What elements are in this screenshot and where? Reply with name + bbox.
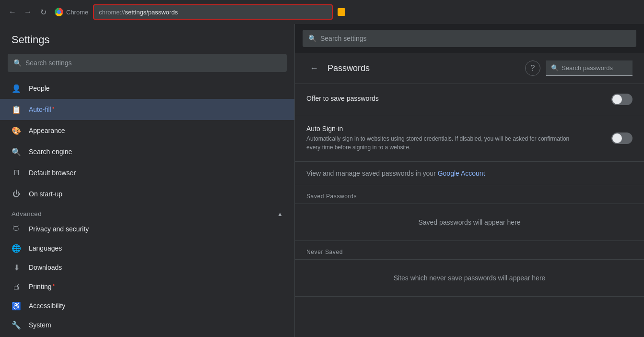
advanced-section-header[interactable]: Advanced ▲ [0, 205, 294, 219]
accessibility-icon: ♿ [12, 301, 21, 311]
appearance-label: Appearance [29, 127, 65, 134]
autofill-label: Auto-fill [29, 106, 55, 113]
settings-search-bar[interactable]: 🔍 Search settings [8, 54, 287, 72]
advanced-label: Advanced [12, 210, 42, 217]
sidebar-item-people[interactable]: 👤 People [0, 78, 294, 99]
sidebar-item-search-engine[interactable]: 🔍 Search engine [0, 141, 294, 162]
sidebar-item-on-startup[interactable]: ⏻ On start-up [0, 183, 294, 205]
address-highlight: settings [125, 9, 146, 16]
downloads-icon: ⬇ [12, 263, 21, 272]
default-browser-icon: 🖥 [12, 168, 21, 178]
system-label: System [29, 321, 51, 329]
search-icon: 🔍 [13, 59, 22, 67]
sidebar-item-reset[interactable]: 🕐 Reset and clean up [0, 335, 294, 337]
tab-favicon [338, 8, 345, 16]
search-bar-container: 🔍 Search settings [0, 54, 294, 78]
content-search-bar-container: 🔍 Search settings [295, 24, 644, 53]
system-icon: 🔧 [12, 320, 21, 330]
content-area: 🔍 Search settings ← Passwords ? 🔍 Search… [295, 24, 644, 337]
address-rest: /passwords [146, 9, 178, 16]
google-account-link[interactable]: Google Account [438, 169, 485, 177]
printing-label: Printing [29, 283, 55, 290]
content-search-input[interactable]: 🔍 Search settings [303, 30, 636, 47]
auto-signin-toggle[interactable] [611, 132, 632, 144]
passwords-content: ← Passwords ? 🔍 Search passwords Offer t… [295, 53, 644, 337]
languages-label: Languages [29, 244, 62, 252]
sidebar-item-printing[interactable]: 🖨 Printing [0, 277, 294, 296]
forward-button[interactable]: → [21, 5, 35, 19]
sidebar-title: Settings [0, 24, 294, 54]
sidebar-item-appearance[interactable]: 🎨 Appearance [0, 120, 294, 141]
sidebar: Settings 🔍 Search settings 👤 People 📋 Au… [0, 24, 295, 337]
on-startup-icon: ⏻ [12, 189, 21, 199]
google-account-text: View and manage saved passwords in your [306, 169, 438, 177]
printing-icon: 🖨 [12, 282, 21, 291]
content-search-placeholder: Search settings [320, 35, 367, 42]
google-account-section: View and manage saved passwords in your … [295, 162, 644, 185]
browser-chrome: ← → ↻ Chrome chrome://settings/passwords [0, 0, 644, 24]
chrome-icon [55, 8, 63, 16]
reload-button[interactable]: ↻ [36, 5, 50, 19]
offer-save-toggle[interactable] [611, 94, 632, 105]
passwords-back-button[interactable]: ← [306, 60, 322, 76]
languages-icon: 🌐 [12, 243, 21, 253]
passwords-help-button[interactable]: ? [525, 60, 540, 76]
people-icon: 👤 [12, 84, 21, 93]
sidebar-item-default-browser[interactable]: 🖥 Default browser [0, 162, 294, 183]
nav-buttons: ← → ↻ [6, 5, 50, 19]
auto-signin-desc: Automatically sign in to websites using … [306, 134, 570, 152]
never-saved-section-label: Never Saved [295, 241, 644, 260]
saved-passwords-section-label: Saved Passwords [295, 185, 644, 204]
sidebar-item-autofill[interactable]: 📋 Auto-fill [0, 99, 294, 120]
main-layout: Settings 🔍 Search settings 👤 People 📋 Au… [0, 24, 644, 337]
offer-save-title: Offer to save passwords [306, 95, 611, 102]
privacy-label: Privacy and security [29, 225, 89, 233]
autofill-icon: 📋 [12, 105, 21, 114]
offer-save-passwords-row: Offer to save passwords [295, 84, 644, 115]
sidebar-item-system[interactable]: 🔧 System [0, 315, 294, 335]
sidebar-item-accessibility[interactable]: ♿ Accessibility [0, 296, 294, 315]
back-button[interactable]: ← [6, 5, 19, 19]
auto-signin-title: Auto Sign-in [306, 125, 611, 132]
search-engine-label: Search engine [29, 148, 72, 156]
search-passwords-input[interactable]: 🔍 Search passwords [546, 60, 632, 76]
sidebar-item-downloads[interactable]: ⬇ Downloads [0, 258, 294, 277]
auto-signin-row: Auto Sign-in Automatically sign in to we… [295, 115, 644, 162]
chrome-label: Chrome [66, 9, 88, 16]
default-browser-label: Default browser [29, 169, 76, 177]
privacy-icon: 🛡 [12, 224, 21, 234]
address-bar[interactable]: chrome://settings/passwords [93, 4, 333, 20]
address-scheme: chrome:// [99, 9, 125, 16]
sidebar-item-privacy[interactable]: 🛡 Privacy and security [0, 219, 294, 239]
offer-save-info: Offer to save passwords [306, 95, 611, 104]
passwords-header: ← Passwords ? 🔍 Search passwords [295, 53, 644, 84]
advanced-arrow: ▲ [277, 211, 283, 217]
passwords-title: Passwords [328, 63, 519, 73]
never-saved-empty: Sites which never save passwords will ap… [295, 260, 644, 297]
search-passwords-icon: 🔍 [551, 64, 559, 72]
appearance-icon: 🎨 [12, 126, 21, 135]
saved-passwords-empty: Saved passwords will appear here [295, 204, 644, 241]
auto-signin-info: Auto Sign-in Automatically sign in to we… [306, 125, 611, 152]
search-passwords-placeholder: Search passwords [562, 64, 613, 72]
downloads-label: Downloads [29, 264, 62, 271]
settings-search-placeholder: Search settings [25, 59, 72, 67]
chrome-logo: Chrome [55, 8, 88, 16]
people-label: People [29, 84, 50, 92]
sidebar-item-languages[interactable]: 🌐 Languages [0, 239, 294, 258]
on-startup-label: On start-up [29, 190, 62, 198]
nav-items: 👤 People 📋 Auto-fill 🎨 Appearance 🔍 Sear… [0, 78, 294, 337]
search-engine-icon: 🔍 [12, 147, 21, 156]
accessibility-label: Accessibility [29, 302, 65, 310]
content-search-icon: 🔍 [308, 35, 316, 42]
